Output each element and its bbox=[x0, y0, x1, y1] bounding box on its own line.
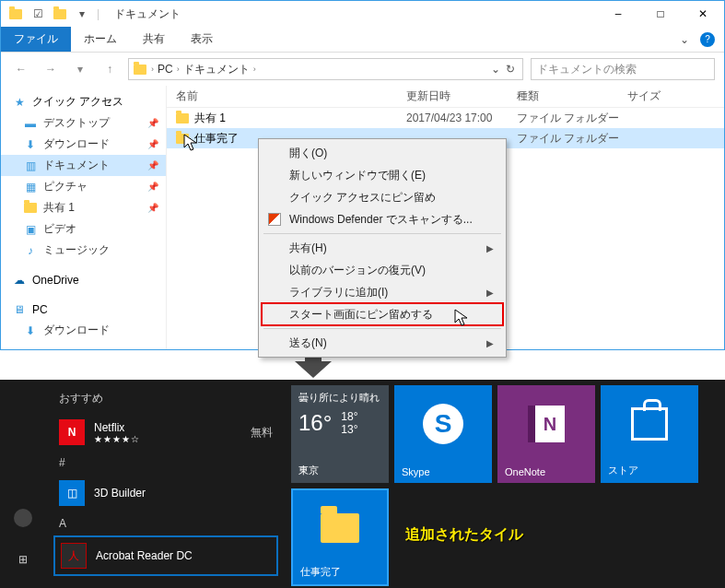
start-app-list: おすすめ N Netflix ★★★★☆ 無料 # ◫ 3D Builder A… bbox=[46, 380, 286, 588]
tile-skype[interactable]: S Skype bbox=[394, 385, 492, 483]
nav-pictures[interactable]: ▦ ピクチャ 📌 bbox=[1, 176, 166, 197]
nav-onedrive[interactable]: ☁ OneDrive bbox=[1, 270, 166, 290]
qat-new-folder-icon[interactable] bbox=[53, 6, 67, 21]
ribbon-expand-icon[interactable]: ⌄ bbox=[680, 33, 689, 46]
breadcrumb-pc[interactable]: PC bbox=[158, 63, 173, 76]
tab-file[interactable]: ファイル bbox=[1, 27, 71, 52]
nav-desktop[interactable]: ▬ デスクトップ 📌 bbox=[1, 112, 166, 134]
letter-header-hash[interactable]: # bbox=[53, 451, 278, 475]
tile-pinned-folder[interactable]: 仕事完了 bbox=[291, 488, 389, 586]
minimize-button[interactable]: – bbox=[597, 1, 639, 27]
download-icon: ⬇ bbox=[23, 323, 38, 338]
nav-label: デスクトップ bbox=[43, 115, 110, 131]
onenote-icon: N bbox=[528, 406, 565, 442]
nav-back-button[interactable]: ← bbox=[10, 58, 32, 80]
file-date: 2017/04/23 17:00 bbox=[406, 112, 517, 124]
chevron-right-icon[interactable]: › bbox=[151, 65, 154, 74]
video-icon: ▣ bbox=[23, 222, 38, 237]
nav-quick-access[interactable]: ★ クイック アクセス bbox=[1, 91, 166, 112]
folder-icon bbox=[23, 201, 38, 216]
ctx-open[interactable]: 開く(O) bbox=[262, 142, 503, 164]
weather-low: 13° bbox=[341, 423, 357, 436]
tab-view[interactable]: 表示 bbox=[178, 27, 226, 52]
ctx-share[interactable]: 共有(H)▶ bbox=[262, 237, 503, 259]
star-icon: ★ bbox=[12, 95, 27, 110]
tile-store[interactable]: ストア bbox=[601, 385, 698, 483]
pictures-icon: ▦ bbox=[23, 180, 38, 194]
tile-weather[interactable]: 曇り所により晴れ 16° 18° 13° 東京 bbox=[291, 385, 389, 483]
search-input[interactable]: ドキュメントの検索 bbox=[531, 58, 715, 80]
tab-home[interactable]: ホーム bbox=[71, 27, 130, 52]
ctx-open-new-window[interactable]: 新しいウィンドウで開く(E) bbox=[262, 164, 503, 186]
col-name[interactable]: 名前 bbox=[167, 88, 406, 104]
nav-label: 共有 1 bbox=[43, 200, 75, 216]
nav-documents[interactable]: ▥ ドキュメント 📌 bbox=[1, 155, 166, 176]
qat-properties-icon[interactable]: ☑ bbox=[30, 6, 45, 21]
nav-history-dropdown[interactable]: ▾ bbox=[69, 58, 91, 80]
context-menu: 開く(O) 新しいウィンドウで開く(E) クイック アクセスにピン留め Wind… bbox=[258, 138, 507, 358]
breadcrumb-documents[interactable]: ドキュメント bbox=[183, 62, 250, 77]
acrobat-icon: 人 bbox=[61, 543, 87, 569]
ctx-add-library[interactable]: ライブラリに追加(I)▶ bbox=[262, 281, 503, 303]
cloud-icon: ☁ bbox=[12, 273, 27, 288]
search-placeholder: ドキュメントの検索 bbox=[537, 62, 637, 77]
netflix-icon: N bbox=[59, 419, 85, 445]
ctx-label: 共有(H) bbox=[289, 241, 327, 256]
user-icon[interactable] bbox=[14, 509, 32, 527]
nav-music[interactable]: ♪ ミュージック bbox=[1, 240, 166, 261]
nav-pc[interactable]: 🖥 PC bbox=[1, 300, 166, 320]
nav-downloads[interactable]: ⬇ ダウンロード 📌 bbox=[1, 134, 166, 155]
expand-icon[interactable]: ⊞ bbox=[18, 553, 28, 566]
refresh-button[interactable]: ↻ bbox=[506, 63, 515, 76]
nav-label: PC bbox=[32, 303, 48, 316]
col-date[interactable]: 更新日時 bbox=[406, 88, 517, 104]
nav-forward-button[interactable]: → bbox=[40, 58, 62, 80]
close-button[interactable]: ✕ bbox=[682, 1, 724, 27]
address-bar-row: ← → ▾ ↑ › PC › ドキュメント › ⌄ ↻ ドキュメントの検索 bbox=[1, 53, 724, 86]
ctx-label: スタート画面にピン留めする bbox=[289, 307, 433, 323]
help-icon[interactable]: ? bbox=[700, 32, 715, 47]
ctx-send-to[interactable]: 送る(N)▶ bbox=[262, 332, 503, 354]
chevron-right-icon: ▶ bbox=[486, 243, 494, 253]
address-dropdown-icon[interactable]: ⌄ bbox=[491, 63, 500, 76]
app-label: Acrobat Reader DC bbox=[96, 549, 193, 562]
tab-share[interactable]: 共有 bbox=[130, 27, 178, 52]
nav-videos[interactable]: ▣ ビデオ bbox=[1, 218, 166, 240]
maximize-button[interactable]: □ bbox=[639, 1, 682, 27]
desktop-icon: ▬ bbox=[23, 116, 38, 131]
app-3d-builder[interactable]: ◫ 3D Builder bbox=[53, 475, 278, 512]
col-type[interactable]: 種類 bbox=[517, 88, 627, 104]
tile-onenote[interactable]: N OneNote bbox=[497, 385, 595, 483]
ctx-label: ライブラリに追加(I) bbox=[289, 285, 388, 300]
file-row[interactable]: 共有 1 2017/04/23 17:00 ファイル フォルダー bbox=[167, 108, 724, 128]
app-netflix[interactable]: N Netflix ★★★★☆ 無料 bbox=[53, 414, 278, 451]
ctx-label: 開く(O) bbox=[289, 146, 327, 161]
folder-icon bbox=[176, 113, 189, 123]
weather-high: 18° bbox=[341, 410, 357, 423]
file-name: 仕事完了 bbox=[194, 131, 239, 147]
nav-label: ドキュメント bbox=[43, 158, 110, 173]
nav-downloads-pc[interactable]: ⬇ ダウンロード bbox=[1, 320, 166, 341]
app-label: Netflix bbox=[94, 421, 140, 434]
qat-dropdown-icon[interactable]: ▾ bbox=[75, 6, 89, 21]
nav-label: OneDrive bbox=[32, 274, 79, 287]
address-bar[interactable]: › PC › ドキュメント › ⌄ ↻ bbox=[128, 58, 523, 80]
nav-label: ピクチャ bbox=[43, 179, 88, 194]
nav-share1[interactable]: 共有 1 📌 bbox=[1, 197, 166, 218]
cursor-icon bbox=[454, 309, 469, 327]
pin-icon: 📌 bbox=[147, 182, 158, 192]
app-acrobat[interactable]: 人 Acrobat Reader DC bbox=[53, 535, 278, 576]
letter-header-a[interactable]: A bbox=[53, 512, 278, 535]
pc-icon: 🖥 bbox=[12, 302, 27, 317]
folder-icon bbox=[133, 62, 147, 76]
chevron-right-icon[interactable]: › bbox=[253, 65, 256, 74]
col-size[interactable]: サイズ bbox=[627, 88, 724, 104]
chevron-right-icon[interactable]: › bbox=[177, 65, 180, 74]
ctx-restore-versions[interactable]: 以前のバージョンの復元(V) bbox=[262, 259, 503, 281]
nav-up-button[interactable]: ↑ bbox=[99, 58, 121, 80]
tile-label: OneNote bbox=[505, 466, 545, 477]
separator: | bbox=[97, 7, 99, 20]
ctx-pin-quick-access[interactable]: クイック アクセスにピン留め bbox=[262, 186, 503, 208]
nav-label: ミュージック bbox=[43, 242, 110, 258]
ctx-defender-scan[interactable]: Windows Defender でスキャンする... bbox=[262, 208, 503, 230]
